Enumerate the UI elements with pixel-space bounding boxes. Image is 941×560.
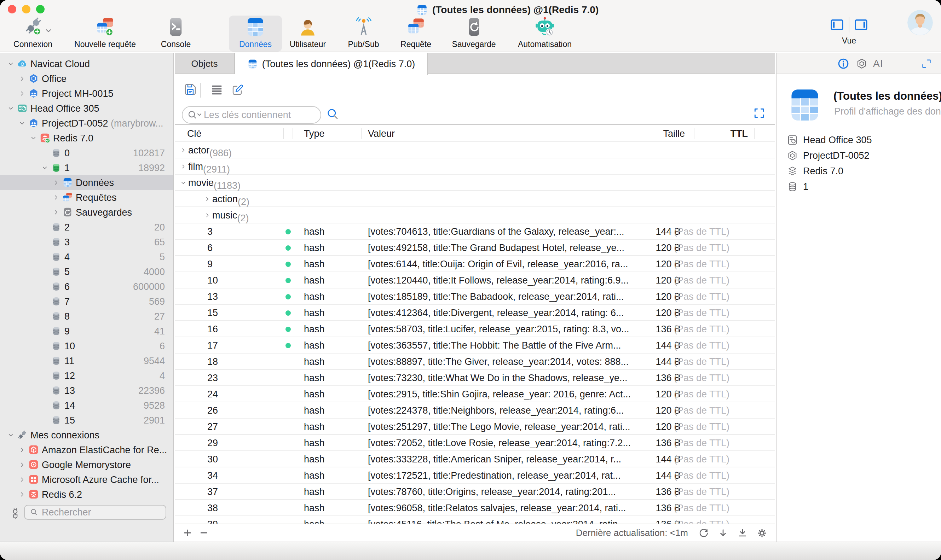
sidebar-item-11[interactable]: 119544 (0, 353, 173, 368)
sidebar-item-15[interactable]: 152901 (0, 412, 173, 428)
column-header-type[interactable]: Type (304, 128, 325, 139)
sidebar-item-12[interactable]: 124 (0, 368, 173, 383)
refresh-icon[interactable] (698, 528, 709, 538)
key-row[interactable]: 26hash[votes:224378, title:Neighbors, re… (175, 402, 775, 418)
key-group-row[interactable]: film (2911) (175, 158, 775, 175)
tab-active-data[interactable]: (Toutes les données) @1(Redis 7.0) (235, 53, 428, 75)
key-group-row[interactable]: music (2) (175, 207, 775, 223)
column-divider[interactable] (293, 128, 293, 139)
toolbar-button-console[interactable]: Console (153, 15, 199, 52)
list-view-icon[interactable] (210, 83, 224, 97)
edit-icon[interactable] (231, 82, 245, 97)
chevron-down-icon[interactable] (8, 105, 14, 111)
chevron-down-icon[interactable] (180, 180, 186, 186)
toolbar-button-sauvegarde[interactable]: Sauvegarde (446, 15, 501, 52)
sidebar-item-office[interactable]: Office (0, 71, 173, 86)
key-row[interactable]: 38hash[votes:96058, title:Relatos salvaj… (175, 500, 775, 516)
chevron-down-icon[interactable] (8, 432, 14, 438)
sidebar-item-1[interactable]: 118992 (0, 160, 173, 175)
search-filter-icon[interactable] (187, 109, 204, 120)
toolbar-button-utilisateur[interactable]: Utilisateur (285, 15, 331, 52)
toolbar-button-automatisation[interactable]: Automatisation (509, 15, 580, 52)
sidebar-item-14[interactable]: 149528 (0, 398, 173, 412)
minimize-window-button[interactable] (22, 5, 31, 14)
toggle-right-pane-icon[interactable] (854, 19, 868, 31)
tab-objets[interactable]: Objets (175, 53, 235, 74)
sidebar-item-0[interactable]: 0102817 (0, 145, 173, 160)
chevron-right-icon[interactable] (53, 209, 59, 215)
key-row[interactable]: 18hash[votes:88897, title:The Giver, rel… (175, 354, 775, 370)
key-row[interactable]: 13hash[votes:185189, title:The Babadook,… (175, 288, 775, 305)
key-row[interactable]: 9hash[votes:6144, title:Ouija: Origin of… (175, 256, 775, 272)
toolbar-button-pubsub[interactable]: Pub/Sub (341, 15, 386, 52)
maximize-window-button[interactable] (36, 5, 45, 14)
chevron-down-icon[interactable] (8, 61, 14, 67)
chevron-down-icon[interactable] (42, 165, 48, 171)
column-divider[interactable] (694, 128, 694, 139)
sidebar-item-requ-tes[interactable]: Requêtes (0, 190, 173, 205)
chevron-right-icon[interactable] (204, 196, 210, 202)
sidebar-item-google-memorystore[interactable]: Google Memorystore (0, 457, 173, 472)
chevron-down-icon[interactable] (31, 135, 36, 141)
sidebar-item-redis-6-2[interactable]: Redis 6.2 (0, 487, 173, 502)
toolbar-button-requete[interactable]: Requête (394, 15, 438, 52)
sidebar-item-13[interactable]: 1322396 (0, 383, 173, 398)
manage-connections-icon[interactable] (9, 508, 21, 520)
sidebar-item-projectdt-0052[interactable]: ProjectDT-0052 (marybrow... (0, 115, 173, 131)
key-group-row[interactable]: actor (986) (175, 142, 775, 158)
expand-panel-icon[interactable] (921, 58, 932, 69)
sidebar-item-10[interactable]: 106 (0, 338, 173, 353)
sidebar-item-redis-7-0[interactable]: Redis 7.0 (0, 131, 173, 145)
key-group-row[interactable]: action (2) (175, 191, 775, 207)
sidebar-item-8[interactable]: 827 (0, 309, 173, 323)
toolbar-button-nouvelle-requete[interactable]: Nouvelle requête (70, 15, 140, 52)
chevron-right-icon[interactable] (19, 491, 25, 497)
remove-key-icon[interactable] (199, 528, 208, 537)
sidebar-item-5[interactable]: 54000 (0, 264, 173, 279)
key-row[interactable]: 34hash[votes:172521, title:Predestinatio… (175, 468, 775, 484)
key-row[interactable]: 15hash[votes:412364, title:Divergent, re… (175, 305, 775, 321)
key-row[interactable]: 10hash[votes:120440, title:It Follows, r… (175, 272, 775, 288)
key-row[interactable]: 24hash[votes:2915, title:Shin Gojira, re… (175, 386, 775, 402)
key-row[interactable]: 37hash[votes:78760, title:Origins, relea… (175, 484, 775, 500)
sidebar-item-6[interactable]: 6600000 (0, 279, 173, 294)
sidebar-item-donn-es[interactable]: Données (0, 175, 173, 190)
sidebar-item-amazon-elasticache-for-re[interactable]: Amazon ElastiCache for Re... (0, 442, 173, 457)
key-row[interactable]: 27hash[votes:251297, title:The Lego Movi… (175, 418, 775, 435)
sidebar-item-4[interactable]: 45 (0, 249, 173, 264)
key-row[interactable]: 3hash[votes:704613, title:Guardians of t… (175, 223, 775, 240)
column-header-valeur[interactable]: Valeur (368, 128, 395, 139)
column-header-taille[interactable]: Taille (656, 128, 685, 139)
chevron-right-icon[interactable] (19, 477, 25, 483)
sidebar-item-7[interactable]: 7569 (0, 294, 173, 309)
close-window-button[interactable] (8, 5, 16, 14)
load-more-icon[interactable] (737, 528, 748, 538)
column-divider[interactable] (754, 128, 754, 139)
chevron-right-icon[interactable] (180, 164, 186, 169)
sidebar-item-head-office-305[interactable]: Head Office 305 (0, 101, 173, 115)
key-row[interactable]: 39hash[votes:45116, title:The Best of Me… (175, 516, 775, 524)
sidebar-search-input[interactable]: Rechercher (24, 505, 166, 520)
scroll-down-icon[interactable] (718, 528, 728, 538)
chevron-right-icon[interactable] (204, 212, 210, 218)
key-row[interactable]: 29hash[votes:72052, title:Love Rosie, re… (175, 435, 775, 451)
chevron-right-icon[interactable] (19, 462, 25, 468)
user-avatar[interactable] (907, 10, 933, 35)
chevron-down-icon[interactable] (19, 120, 25, 126)
search-button-icon[interactable] (326, 108, 339, 121)
column-header-ttl[interactable]: TTL (720, 128, 748, 139)
chevron-right-icon[interactable] (53, 180, 59, 186)
sidebar-item-navicat-cloud[interactable]: Navicat Cloud (0, 56, 173, 71)
toolbar-button-donnees[interactable]: Données (229, 15, 282, 52)
toggle-left-pane-icon[interactable] (830, 19, 844, 31)
sidebar-item-project-mh-0015[interactable]: Project MH-0015 (0, 86, 173, 101)
key-row[interactable]: 30hash[votes:333228, title:American Snip… (175, 451, 775, 468)
key-group-row[interactable]: movie (1183) (175, 175, 775, 191)
chevron-right-icon[interactable] (53, 194, 59, 200)
settings-gear-icon[interactable] (757, 528, 767, 538)
column-divider[interactable] (283, 128, 284, 139)
chevron-right-icon[interactable] (180, 148, 186, 153)
hexagon-profile-icon[interactable] (856, 58, 868, 70)
sidebar-item-microsoft-azure-cache-for[interactable]: Microsoft Azure Cache for... (0, 472, 173, 487)
chevron-right-icon[interactable] (19, 75, 25, 82)
